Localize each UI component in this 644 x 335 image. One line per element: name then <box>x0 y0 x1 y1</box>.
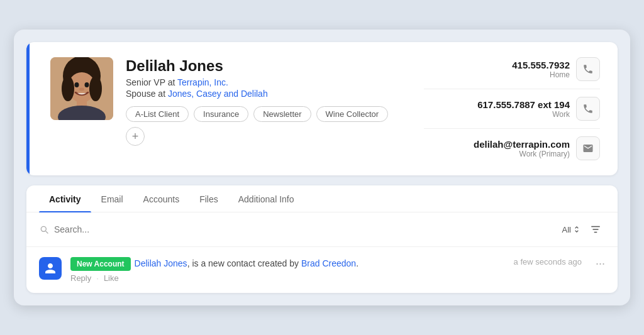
divider-1 <box>424 89 600 89</box>
email-button[interactable] <box>576 136 600 160</box>
contact-role-secondary: Spouse at Jones, Casey and Delilah <box>126 89 411 99</box>
activity-timestamp: a few seconds ago <box>514 257 582 266</box>
app-container: Delilah Jones Senior VP at Terrapin, Inc… <box>14 30 630 305</box>
activity-text-end: . <box>356 258 358 268</box>
contact-card: Delilah Jones Senior VP at Terrapin, Inc… <box>26 42 618 175</box>
phone-icon <box>582 63 594 75</box>
new-account-badge: New Account <box>70 257 131 271</box>
tab-accounts[interactable]: Accounts <box>133 185 190 212</box>
phone-home-info: 415.555.7932 Home <box>512 60 570 79</box>
role1-link[interactable]: Terrapin, Inc. <box>177 77 228 87</box>
separator: · <box>96 273 99 283</box>
role2-link[interactable]: Jones, Casey and Delilah <box>168 89 268 99</box>
phone-work-icon <box>582 103 594 114</box>
tab-email[interactable]: Email <box>91 185 133 212</box>
tab-activity[interactable]: Activity <box>39 185 91 212</box>
phone-work-label: Work <box>477 110 570 119</box>
activity-creator-link[interactable]: Brad Creedon <box>301 258 356 268</box>
tabs-bar: Activity Email Accounts Files Additional… <box>26 185 618 212</box>
bottom-panel: Activity Email Accounts Files Additional… <box>26 185 618 293</box>
like-link[interactable]: Like <box>104 273 119 283</box>
search-bar: All <box>26 212 618 247</box>
tab-additional-info[interactable]: Additional Info <box>228 185 304 212</box>
call-home-button[interactable] <box>576 57 600 81</box>
svg-point-7 <box>79 88 84 91</box>
email-info: delilah@terrapin.com Work (Primary) <box>474 139 570 158</box>
contact-actions: 415.555.7932 Home 617.555.7887 ext 194 W… <box>424 57 600 160</box>
search-filters: All <box>562 220 605 239</box>
phone-home-label: Home <box>512 70 570 79</box>
divider-2 <box>424 128 600 129</box>
sort-icon <box>572 225 581 234</box>
activity-content: New AccountDelilah Jones, is a new conta… <box>70 257 505 283</box>
filter-all-label: All <box>562 225 571 234</box>
call-work-button[interactable] <box>576 97 600 121</box>
tag-alist[interactable]: A-List Client <box>126 106 189 122</box>
avatar <box>50 57 113 120</box>
add-tag-button[interactable]: + <box>126 127 145 146</box>
phone-work-info: 617.555.7887 ext 194 Work <box>477 99 570 119</box>
activity-contact-link[interactable]: Delilah Jones <box>135 258 187 268</box>
activity-item: New AccountDelilah Jones, is a new conta… <box>26 247 618 293</box>
activity-line: New AccountDelilah Jones, is a new conta… <box>70 257 505 271</box>
reply-link[interactable]: Reply <box>70 273 91 283</box>
search-icon <box>39 224 49 234</box>
contact-info: Delilah Jones Senior VP at Terrapin, Inc… <box>126 57 411 146</box>
search-input[interactable] <box>54 224 557 234</box>
activity-user-avatar <box>39 257 62 280</box>
activity-meta: Reply · Like <box>70 273 505 283</box>
tab-files[interactable]: Files <box>189 185 228 212</box>
tag-wine[interactable]: Wine Collector <box>316 106 389 122</box>
email-label: Work (Primary) <box>474 150 570 158</box>
svg-point-5 <box>75 82 79 87</box>
filter-all-dropdown[interactable]: All <box>562 225 581 234</box>
user-icon <box>44 262 57 275</box>
email-row: delilah@terrapin.com Work (Primary) <box>424 136 600 160</box>
tags-container: A-List Client Insurance Newsletter Wine … <box>126 106 411 146</box>
phone-work-row: 617.555.7887 ext 194 Work <box>424 97 600 121</box>
tag-insurance[interactable]: Insurance <box>194 106 248 122</box>
activity-text-middle: , is a new contact created by <box>187 258 301 268</box>
svg-point-6 <box>85 82 89 87</box>
svg-point-3 <box>62 76 74 101</box>
filter-lines-button[interactable] <box>586 220 605 239</box>
activity-more-button[interactable]: ··· <box>591 257 605 270</box>
contact-role-primary: Senior VP at Terrapin, Inc. <box>126 77 411 87</box>
phone-home-number: 415.555.7932 <box>512 60 570 70</box>
phone-work-number: 617.555.7887 ext 194 <box>477 99 570 110</box>
card-accent-border <box>26 42 30 175</box>
filter-icon <box>590 224 601 235</box>
email-address: delilah@terrapin.com <box>474 139 570 150</box>
tag-newsletter[interactable]: Newsletter <box>253 106 311 122</box>
email-icon <box>582 143 594 154</box>
role2-prefix: Spouse at <box>126 89 168 99</box>
svg-point-4 <box>89 76 102 101</box>
phone-home-row: 415.555.7932 Home <box>424 57 600 81</box>
role1-prefix: Senior VP at <box>126 77 177 87</box>
contact-name: Delilah Jones <box>126 57 411 75</box>
